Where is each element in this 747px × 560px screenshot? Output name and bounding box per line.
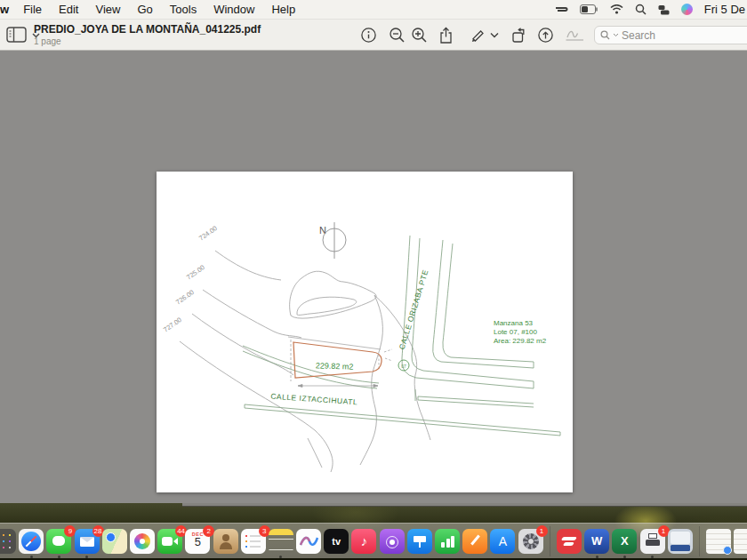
menu-tools[interactable]: Tools: [170, 3, 197, 16]
siri-icon[interactable]: [681, 4, 693, 15]
menu-view[interactable]: View: [95, 3, 120, 16]
spotlight-icon[interactable]: [635, 4, 647, 15]
dock-pages-icon[interactable]: [462, 529, 487, 554]
svg-text:725.00: 725.00: [185, 263, 206, 282]
wifi-icon[interactable]: [610, 4, 623, 14]
svg-text:726.00: 726.00: [174, 288, 196, 307]
document-viewport: N 724.00 725.00 726.00 727.00: [0, 51, 747, 503]
dock-notes-icon[interactable]: [269, 529, 293, 554]
lot-area-label: 229.82 m2: [316, 361, 354, 371]
north-label: N: [319, 225, 326, 236]
page-count: 1 page: [34, 36, 261, 46]
appletv-label: tv: [332, 536, 341, 547]
stage-manager-icon[interactable]: [658, 4, 670, 15]
dock-settings-icon[interactable]: 1: [518, 529, 543, 554]
word-label: W: [591, 534, 602, 548]
dock-mail-icon[interactable]: 28: [75, 529, 100, 554]
markup-pen-button[interactable]: [469, 27, 486, 44]
dock-word-icon[interactable]: W: [584, 529, 609, 554]
settings-badge: 1: [536, 525, 548, 537]
share-button[interactable]: [438, 27, 454, 44]
dock-appstore-icon[interactable]: A: [490, 529, 515, 554]
search-placeholder: Search: [622, 29, 655, 42]
contour-labels: 724.00 725.00 726.00 727.00: [162, 224, 219, 334]
dock-excel-icon[interactable]: X: [612, 529, 637, 554]
survey-drawing: N 724.00 725.00 726.00 727.00: [157, 172, 573, 492]
markup-dropdown-button[interactable]: [490, 32, 499, 38]
menu-edit[interactable]: Edit: [59, 3, 78, 16]
svg-text:724.00: 724.00: [197, 224, 219, 243]
svg-text:Lote 07, #100: Lote 07, #100: [494, 328, 537, 336]
menu-clock[interactable]: Fri 5 De: [704, 3, 745, 16]
battery-icon[interactable]: [580, 4, 598, 14]
dock-divider: [699, 526, 700, 556]
svg-text:727.00: 727.00: [162, 316, 183, 334]
dock-keynote-icon[interactable]: [407, 529, 432, 554]
dock-safari-icon[interactable]: [19, 529, 44, 554]
menu-bar: w File Edit View Go Tools Window Help Fr…: [0, 0, 747, 20]
menu-file[interactable]: File: [23, 3, 42, 16]
signature-button[interactable]: [565, 28, 585, 43]
dock-facetime-icon[interactable]: 44: [157, 529, 182, 554]
dock-appletv-icon[interactable]: tv: [324, 529, 349, 554]
dock-podcasts-icon[interactable]: [380, 529, 405, 554]
search-icon: [600, 30, 610, 40]
dock: 9 28 44 DEC 5 2 3 tv ♪ A 1 W: [0, 523, 747, 558]
search-chevron-icon: [613, 33, 619, 37]
title-bar: PREDIO_JOYA DE LA MONTAÑA_041225.pdf 1 p…: [0, 20, 747, 51]
svg-text:Area: 229.82 m2: Area: 229.82 m2: [494, 337, 547, 345]
dock-photos-icon[interactable]: [130, 529, 155, 554]
dock-expressvpn-icon[interactable]: [557, 529, 582, 554]
document-title: PREDIO_JOYA DE LA MONTAÑA_041225.pdf: [34, 23, 261, 36]
lot-info-block: Manzana 53 Lote 07, #100 Area: 229.82 m2: [494, 319, 547, 345]
zoom-out-button[interactable]: [389, 27, 406, 44]
dock-reminders-icon[interactable]: 3: [241, 529, 266, 554]
music-note-icon: ♪: [361, 533, 368, 548]
pdf-page: N 724.00 725.00 726.00 727.00: [157, 172, 573, 492]
street-vertical-label: CALLE ORIZABA PTE: [398, 268, 430, 350]
dock-minimized-document-2[interactable]: [734, 529, 747, 554]
excel-label: X: [621, 534, 629, 548]
zoom-in-button[interactable]: [411, 27, 428, 44]
contour-lines: [180, 251, 430, 472]
dock-printer-icon[interactable]: 1: [640, 529, 665, 554]
vpn-status-icon[interactable]: [554, 4, 568, 15]
calendar-day: 5: [185, 537, 210, 548]
street-horizontal-label: CALLE IZTACCIHUATL: [270, 392, 357, 407]
info-button[interactable]: [360, 27, 377, 44]
annotate-button[interactable]: [537, 27, 554, 44]
background-window-edge: [182, 503, 747, 507]
lot-number-label: 07: [401, 364, 406, 369]
dock-minimized-document-1[interactable]: [706, 529, 731, 554]
dock-messages-icon[interactable]: 9: [46, 529, 71, 554]
menu-help[interactable]: Help: [271, 3, 295, 16]
dock-launchpad-icon[interactable]: [0, 529, 16, 554]
svg-text:Manzana 53: Manzana 53: [494, 319, 534, 327]
dock-freeform-icon[interactable]: [296, 529, 321, 554]
dock-maps-icon[interactable]: [102, 529, 127, 554]
menu-window[interactable]: Window: [213, 3, 254, 16]
dock-music-icon[interactable]: ♪: [351, 529, 376, 554]
appstore-label: A: [499, 534, 507, 548]
search-field[interactable]: Search: [594, 26, 747, 44]
dock-contacts-icon[interactable]: [213, 529, 238, 554]
dock-numbers-icon[interactable]: [435, 529, 460, 554]
dock-calendar-icon[interactable]: DEC 5 2: [185, 529, 210, 554]
dock-divider: [550, 526, 550, 556]
rotate-button[interactable]: [510, 27, 528, 44]
sidebar-icon: [6, 27, 28, 44]
menu-go[interactable]: Go: [137, 3, 152, 16]
app-menu-partial[interactable]: w: [0, 3, 9, 16]
dock-screen-share-icon[interactable]: [668, 529, 693, 554]
